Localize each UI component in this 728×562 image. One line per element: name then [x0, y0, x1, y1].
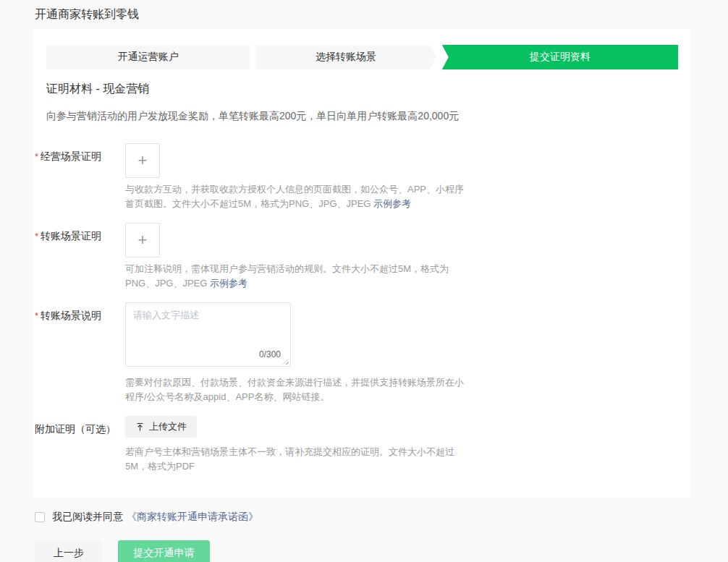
- proof-form: *经营场景证明 + 与收款方互动，并获取收款方授权个人信息的页面截图，如公众号、…: [33, 143, 691, 474]
- footer-actions: 上一步 提交开通申请: [35, 540, 728, 562]
- example-reference-link[interactable]: 示例参考: [373, 198, 411, 209]
- agreement-letter-link[interactable]: 《商家转账开通申请承诺函》: [127, 511, 258, 524]
- field-business-scene-proof: *经营场景证明 + 与收款方互动，并获取收款方授权个人信息的页面截图，如公众号、…: [35, 143, 691, 211]
- upload-file-button[interactable]: 上传文件: [125, 416, 197, 438]
- field-transfer-scene-proof: *转账场景证明 + 可加注释说明，需体现用户参与营销活动的规则。文件大小不超过5…: [35, 223, 691, 291]
- field-label: *转账场景证明: [35, 223, 125, 291]
- field-transfer-scene-description: *转账场景说明 0/300 需要对付款原因、付款场景、付款资金来源进行描述，并提…: [35, 302, 691, 404]
- required-asterisk: *: [35, 310, 38, 321]
- section-title: 证明材料 - 现金营销: [46, 81, 678, 97]
- step-select-transfer-scene[interactable]: 选择转账场景: [255, 45, 436, 69]
- field-helper-text: 若商户号主体和营销场景主体不一致，请补充提交相应的证明。文件大小不超过5M，格式…: [125, 445, 470, 474]
- section-description: 向参与营销活动的用户发放现金奖励，单笔转账最高200元，单日向单用户转账最高20…: [46, 108, 678, 123]
- field-label: 附加证明（可选）: [35, 416, 125, 474]
- step-label: 开通运营账户: [118, 51, 179, 64]
- form-card: 开通运营账户 选择转账场景 提交证明资料 证明材料 - 现金营销 向参与营销活动…: [33, 29, 691, 498]
- agreement-checkbox[interactable]: [35, 512, 45, 522]
- submit-application-button[interactable]: 提交开通申请: [118, 540, 210, 562]
- field-helper-text: 需要对付款原因、付款场景、付款资金来源进行描述，并提供支持转账场景所在小程序/公…: [125, 375, 470, 404]
- agreement-row: 我已阅读并同意 《商家转账开通申请承诺函》: [35, 511, 728, 524]
- previous-step-button[interactable]: 上一步: [35, 540, 103, 562]
- image-upload-box[interactable]: +: [125, 143, 160, 178]
- agreement-text: 我已阅读并同意: [52, 511, 123, 524]
- required-asterisk: *: [35, 151, 38, 162]
- step-submit-proof-active[interactable]: 提交证明资料: [442, 45, 678, 69]
- plus-icon: +: [138, 232, 148, 248]
- page-title: 开通商家转账到零钱: [35, 6, 728, 23]
- plus-icon: +: [138, 153, 148, 169]
- step-label: 选择转账场景: [316, 51, 376, 64]
- stepper: 开通运营账户 选择转账场景 提交证明资料: [46, 45, 678, 69]
- field-label: *经营场景证明: [35, 143, 125, 211]
- image-upload-box[interactable]: +: [125, 223, 160, 257]
- field-additional-proof: 附加证明（可选） 上传文件 若商户号主体和营销场景主体不一致，请补充提交相应的证…: [35, 416, 691, 474]
- upload-icon: [135, 422, 145, 432]
- step-open-operating-account[interactable]: 开通运营账户: [46, 45, 250, 69]
- field-helper-text: 与收款方互动，并获取收款方授权个人信息的页面截图，如公众号、APP、小程序首页截…: [125, 182, 470, 211]
- field-helper-text: 可加注释说明，需体现用户参与营销活动的规则。文件大小不超过5M，格式为PNG、J…: [125, 262, 470, 291]
- example-reference-link[interactable]: 示例参考: [210, 278, 247, 289]
- step-label: 提交证明资料: [530, 51, 591, 64]
- char-counter: 0/300: [259, 349, 281, 359]
- field-label: *转账场景说明: [35, 302, 125, 404]
- required-asterisk: *: [35, 231, 38, 242]
